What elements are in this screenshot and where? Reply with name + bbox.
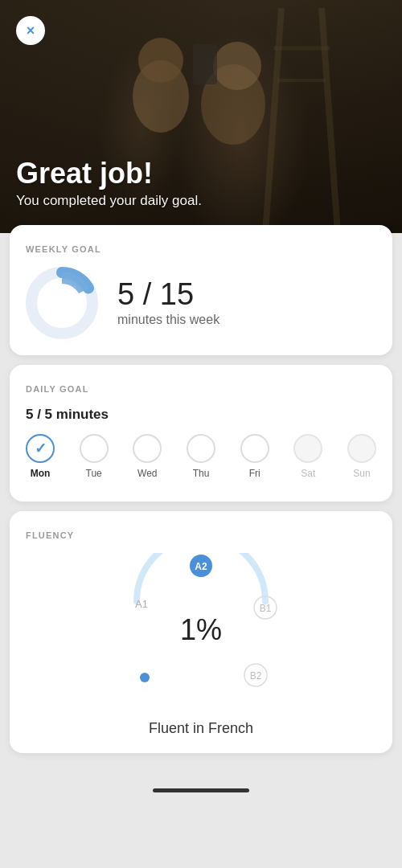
day-item-fri: Fri bbox=[240, 434, 269, 479]
weekly-goal-content: 5 / 15 minutes this week bbox=[26, 267, 376, 339]
svg-line-5 bbox=[322, 8, 338, 233]
weekly-goal-card: WEEKLY GOAL 5 / 15 minut bbox=[10, 225, 392, 355]
day-circle-wed bbox=[133, 434, 162, 463]
daily-goal-label: DAILY GOAL bbox=[26, 384, 376, 394]
daily-fraction: 5 / 5 minutes bbox=[26, 407, 376, 423]
day-item-mon: ✓ Mon bbox=[26, 434, 55, 479]
close-button[interactable]: × bbox=[16, 16, 45, 45]
cards-container: WEEKLY GOAL 5 / 15 minut bbox=[0, 225, 402, 779]
weekly-stats: 5 / 15 minutes this week bbox=[117, 279, 219, 327]
svg-rect-8 bbox=[193, 44, 217, 84]
weekly-goal-label: WEEKLY GOAL bbox=[26, 244, 376, 254]
fluency-chart-container: A1 A2 B1 B2 1% bbox=[26, 553, 376, 714]
svg-point-3 bbox=[213, 42, 261, 90]
day-circle-fri bbox=[240, 434, 269, 463]
day-label-sun: Sun bbox=[353, 468, 370, 479]
hero-subtitle: You completed your daily goal. bbox=[16, 193, 202, 209]
hero-banner: × Great job! You completed your daily go… bbox=[0, 0, 402, 233]
day-item-tue: Tue bbox=[80, 434, 109, 479]
svg-text:B1: B1 bbox=[260, 603, 272, 614]
fluency-language-label: Fluent in French bbox=[26, 720, 376, 737]
weekly-pie-chart bbox=[26, 267, 98, 339]
day-label-thu: Thu bbox=[193, 468, 210, 479]
day-circle-sun bbox=[347, 434, 376, 463]
home-bar bbox=[153, 788, 249, 792]
day-item-wed: Wed bbox=[133, 434, 162, 479]
checkmark-icon: ✓ bbox=[35, 440, 47, 457]
weekly-unit: minutes this week bbox=[117, 313, 219, 327]
day-item-sat: Sat bbox=[293, 434, 322, 479]
fluency-card: FLUENCY A1 A2 B1 bbox=[10, 511, 392, 753]
days-row: ✓ Mon Tue Wed Thu Fri bbox=[26, 434, 376, 479]
fluency-svg: A1 A2 B1 B2 1% bbox=[113, 553, 289, 714]
day-item-sun: Sun bbox=[347, 434, 376, 479]
day-label-fri: Fri bbox=[249, 468, 260, 479]
svg-point-1 bbox=[138, 38, 183, 83]
hero-title: Great job! bbox=[16, 158, 202, 190]
svg-point-11 bbox=[43, 284, 81, 322]
weekly-fraction: 5 / 15 bbox=[117, 279, 219, 309]
day-label-tue: Tue bbox=[86, 468, 102, 479]
svg-text:A2: A2 bbox=[195, 561, 207, 572]
day-circle-mon: ✓ bbox=[26, 434, 55, 463]
svg-point-12 bbox=[140, 673, 150, 682]
day-circle-thu bbox=[187, 434, 215, 463]
hero-text-block: Great job! You completed your daily goal… bbox=[16, 158, 202, 209]
svg-text:1%: 1% bbox=[180, 613, 222, 646]
svg-text:B2: B2 bbox=[250, 670, 262, 682]
day-label-mon: Mon bbox=[31, 468, 51, 479]
day-item-thu: Thu bbox=[187, 434, 215, 479]
svg-text:A1: A1 bbox=[135, 598, 148, 610]
day-circle-tue bbox=[80, 434, 109, 463]
fluency-label: FLUENCY bbox=[26, 530, 376, 540]
daily-goal-card: DAILY GOAL 5 / 5 minutes ✓ Mon Tue Wed bbox=[10, 365, 392, 502]
day-label-sat: Sat bbox=[301, 468, 315, 479]
svg-line-4 bbox=[265, 8, 281, 233]
day-circle-sat bbox=[293, 434, 322, 463]
home-indicator bbox=[0, 779, 402, 805]
close-icon: × bbox=[27, 23, 35, 39]
day-label-wed: Wed bbox=[137, 468, 157, 479]
